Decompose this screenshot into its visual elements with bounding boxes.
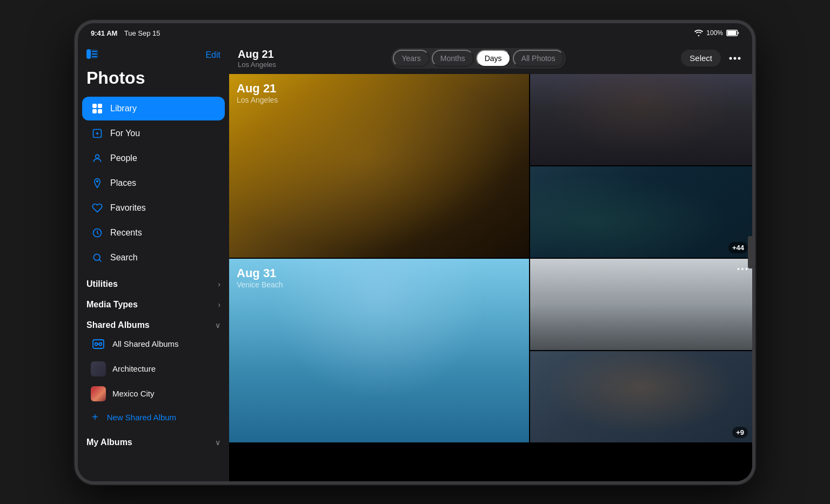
for-you-icon [91, 127, 104, 140]
photo-grid: Aug 21 Los Angeles [229, 74, 752, 481]
years-view-button[interactable]: Years [393, 50, 429, 67]
svg-point-22 [738, 268, 740, 270]
sidebar-item-all-shared-albums[interactable]: All Shared Albums [82, 332, 225, 356]
aug31-count-badge: +9 [732, 427, 748, 438]
media-types-title: Media Types [86, 300, 138, 310]
sidebar-header: Edit [78, 43, 229, 66]
aug31-rooftop-photo[interactable] [530, 259, 752, 350]
svg-point-12 [96, 154, 99, 158]
all-shared-albums-label: All Shared Albums [112, 339, 179, 348]
my-albums-section-header[interactable]: My Albums ∨ [78, 433, 229, 449]
media-types-chevron: › [218, 300, 220, 309]
all-shared-icon-container [91, 337, 106, 352]
wifi-icon [694, 30, 703, 36]
architecture-label: Architecture [112, 364, 156, 373]
aug31-location-overlay: Venice Beach [237, 280, 283, 289]
svg-point-17 [95, 342, 98, 345]
side-button [748, 236, 755, 268]
search-nav-icon [91, 251, 104, 264]
shared-albums-title: Shared Albums [86, 320, 150, 330]
sidebar-item-new-shared-album[interactable]: + New Shared Album [82, 407, 225, 428]
svg-point-18 [99, 342, 102, 345]
plus-icon: + [92, 411, 98, 424]
svg-rect-9 [92, 109, 97, 113]
sidebar-item-search[interactable]: Search [82, 246, 225, 270]
svg-point-13 [96, 180, 98, 182]
svg-rect-7 [92, 104, 97, 108]
app-container: Edit Photos Library [78, 43, 752, 481]
aug31-grid-row: Aug 31 Venice Beach [229, 259, 752, 442]
architecture-thumb [91, 361, 106, 377]
aug21-location-overlay: Los Angeles [237, 96, 278, 104]
battery-icon [726, 30, 739, 36]
utilities-chevron: › [218, 280, 220, 288]
media-types-section-header[interactable]: Media Types › [78, 295, 229, 312]
aug21-main-photo[interactable]: Aug 21 Los Angeles [229, 74, 529, 258]
months-view-button[interactable]: Months [432, 50, 474, 67]
days-view-button[interactable]: Days [476, 50, 511, 67]
status-bar: 9:41 AM Tue Sep 15 100% [78, 23, 752, 43]
sidebar-item-library[interactable]: Library [82, 97, 225, 120]
aug21-street-photo[interactable]: +44 [530, 166, 752, 258]
svg-rect-8 [98, 104, 102, 108]
for-you-label: For You [110, 129, 140, 138]
edit-button[interactable]: Edit [205, 50, 220, 60]
recents-label: Recents [110, 228, 142, 238]
sidebar-item-recents[interactable]: Recents [82, 221, 225, 245]
sidebar-item-for-you[interactable]: For You [82, 122, 225, 145]
main-content: Aug 21 Los Angeles Years Months Days All… [229, 43, 752, 481]
sidebar-item-people[interactable]: People [82, 146, 225, 170]
current-location: Los Angeles [238, 61, 276, 69]
mexico-city-label: Mexico City [112, 389, 155, 398]
aug21-right-column: +44 [530, 74, 752, 258]
svg-rect-10 [98, 109, 102, 113]
svg-point-23 [741, 268, 744, 270]
aug31-group-photo[interactable]: +9 [530, 351, 752, 442]
status-indicators: 100% [694, 29, 739, 37]
aug21-count-badge: +44 [728, 242, 748, 253]
aug31-main-photo[interactable]: Aug 31 Venice Beach [229, 259, 529, 442]
more-button[interactable] [726, 50, 744, 67]
rooftop-more-dots [737, 263, 748, 273]
sidebar-item-favorites[interactable]: Favorites [82, 196, 225, 220]
aug21-date-overlay: Aug 21 [237, 82, 278, 96]
new-shared-album-label: New Shared Album [107, 413, 176, 422]
library-label: Library [110, 104, 137, 113]
aug21-grid-row: Aug 21 Los Angeles [229, 74, 752, 258]
sidebar: Edit Photos Library [78, 43, 229, 481]
svg-point-24 [746, 268, 748, 270]
aug21-portrait-photo[interactable] [530, 74, 752, 165]
svg-point-21 [738, 57, 741, 59]
status-time: 9:41 AM [91, 29, 117, 37]
places-label: Places [110, 178, 136, 188]
mexico-city-thumb [91, 386, 106, 401]
svg-point-15 [93, 254, 100, 260]
shared-albums-section-header[interactable]: Shared Albums ∨ [78, 316, 229, 332]
library-icon [91, 102, 104, 115]
current-date: Aug 21 [238, 48, 276, 61]
content-toolbar: Aug 21 Los Angeles Years Months Days All… [229, 43, 752, 74]
svg-rect-5 [92, 53, 97, 55]
shared-albums-chevron: ∨ [215, 321, 220, 330]
recents-icon [91, 226, 104, 239]
sidebar-item-mexico-city[interactable]: Mexico City [82, 382, 225, 406]
sidebar-toggle-icon[interactable] [86, 49, 98, 62]
select-button[interactable]: Select [681, 50, 721, 66]
utilities-title: Utilities [86, 279, 118, 289]
battery-pct: 100% [706, 29, 723, 37]
utilities-section-header[interactable]: Utilities › [78, 275, 229, 291]
people-label: People [110, 153, 137, 163]
svg-rect-6 [92, 56, 97, 57]
aug31-right-column: +9 [530, 259, 752, 442]
svg-rect-4 [92, 51, 97, 52]
my-albums-chevron: ∨ [215, 438, 220, 447]
all-photos-view-button[interactable]: All Photos [513, 50, 564, 67]
sidebar-item-places[interactable]: Places [82, 171, 225, 195]
my-albums-title: My Albums [86, 438, 132, 447]
sidebar-title: Photos [78, 66, 229, 97]
places-icon [91, 177, 104, 190]
device-frame: 9:41 AM Tue Sep 15 100% [75, 20, 755, 485]
view-controls: Years Months Days All Photos [391, 48, 565, 69]
sidebar-item-architecture[interactable]: Architecture [82, 357, 225, 381]
favorites-icon [91, 201, 104, 214]
